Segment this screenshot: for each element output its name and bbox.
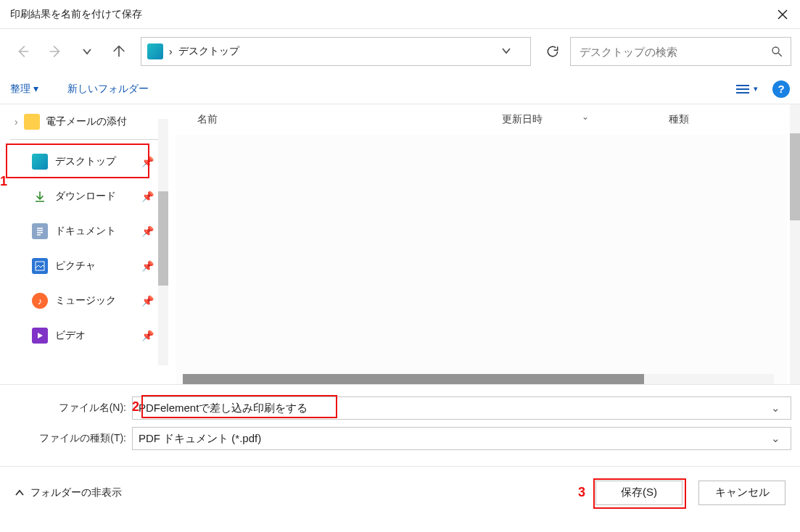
nav-item-documents[interactable]: ドキュメント 📌 <box>0 214 168 249</box>
filetype-value: PDF ドキュメント (*.pdf) <box>139 432 261 446</box>
address-bar[interactable]: › デスクトップ <box>141 37 531 66</box>
nav-item-pictures[interactable]: ピクチャ 📌 <box>0 249 168 283</box>
column-name[interactable]: 名前 <box>197 113 502 126</box>
chevron-right-icon: › <box>15 116 18 128</box>
back-button[interactable] <box>9 37 38 66</box>
forward-button[interactable] <box>41 37 70 66</box>
filetype-label: ファイルの種類(T): <box>9 432 132 445</box>
cancel-button-label: キャンセル <box>715 486 770 499</box>
svg-point-0 <box>772 47 779 54</box>
sort-indicator-icon: ⌄ <box>582 112 589 122</box>
search-icon <box>770 45 783 58</box>
help-button[interactable]: ? <box>772 80 790 98</box>
scrollbar-thumb[interactable] <box>183 374 644 384</box>
refresh-button[interactable] <box>538 37 567 66</box>
svg-rect-1 <box>36 262 44 270</box>
column-headers: 名前 更新日時 ⌄ 種類 <box>168 104 800 135</box>
nav-item-label: ピクチャ <box>55 259 96 273</box>
nav-item-label: ダウンロード <box>55 190 116 203</box>
desktop-icon <box>147 43 163 59</box>
file-list-area: 名前 更新日時 ⌄ 種類 <box>168 104 800 384</box>
footer-buttons: フォルダーの非表示 3 保存(S) キャンセル <box>0 466 800 518</box>
search-input[interactable] <box>578 45 770 59</box>
nav-item-label: ミュージック <box>55 294 116 307</box>
music-icon: ♪ <box>32 293 48 309</box>
desktop-icon <box>32 154 48 170</box>
close-button[interactable] <box>765 0 800 29</box>
search-box[interactable] <box>570 37 791 66</box>
view-list-icon <box>735 83 751 95</box>
arrow-right-icon <box>47 43 63 59</box>
scrollbar-thumb[interactable] <box>790 133 800 220</box>
navigation-pane: › 電子メールの添付 デスクトップ 📌 ダウンロード 📌 <box>0 104 168 384</box>
video-icon <box>32 328 48 344</box>
up-button[interactable] <box>104 37 133 66</box>
filename-value: PDFelementで差し込み印刷をする <box>139 402 308 415</box>
horizontal-scrollbar[interactable] <box>183 374 774 384</box>
chevron-up-icon <box>15 488 25 498</box>
sidebar-scrollbar[interactable] <box>158 119 168 365</box>
document-icon <box>32 223 48 239</box>
filename-dropdown[interactable]: ⌄ <box>767 402 785 415</box>
nav-item-label: ビデオ <box>55 329 86 342</box>
filetype-select[interactable]: PDF ドキュメント (*.pdf) ⌄ <box>132 427 791 450</box>
picture-icon <box>32 258 48 274</box>
save-button[interactable]: 保存(S) <box>595 481 683 505</box>
folder-icon <box>24 114 40 130</box>
tree-item-label: 電子メールの添付 <box>46 115 127 128</box>
sidebar-divider <box>10 139 161 140</box>
refresh-icon <box>545 44 560 59</box>
nav-bar: › デスクトップ <box>0 29 800 74</box>
pin-icon: 📌 <box>141 225 154 237</box>
annotation-number-3: 3 <box>578 485 585 500</box>
chevron-down-icon <box>82 46 92 57</box>
file-list[interactable] <box>176 135 787 384</box>
nav-item-downloads[interactable]: ダウンロード 📌 <box>0 179 168 214</box>
organize-menu[interactable]: 整理 ▾ <box>10 83 38 96</box>
download-icon <box>32 188 48 204</box>
column-date[interactable]: 更新日時 ⌄ <box>502 113 669 126</box>
filetype-dropdown[interactable]: ⌄ <box>767 432 785 445</box>
pin-icon: 📌 <box>141 260 154 272</box>
nav-item-videos[interactable]: ビデオ 📌 <box>0 318 168 353</box>
close-icon <box>777 9 788 20</box>
hide-folders-label: フォルダーの非表示 <box>30 486 122 499</box>
vertical-scrollbar[interactable] <box>790 104 800 384</box>
window-title: 印刷結果を名前を付けて保存 <box>10 8 765 21</box>
nav-item-desktop[interactable]: デスクトップ 📌 <box>0 144 168 179</box>
pin-icon: 📌 <box>141 191 154 202</box>
command-bar: 整理 ▾ 新しいフォルダー ▾ ? <box>0 74 800 104</box>
nav-item-label: ドキュメント <box>55 225 116 238</box>
chevron-down-icon <box>501 46 511 56</box>
body-area: › 電子メールの添付 デスクトップ 📌 ダウンロード 📌 <box>0 104 800 384</box>
breadcrumb-location: デスクトップ <box>178 45 239 58</box>
hide-folders-toggle[interactable]: フォルダーの非表示 <box>15 486 122 499</box>
filename-label: ファイル名(N): <box>9 402 132 415</box>
address-dropdown[interactable] <box>488 46 524 58</box>
nav-item-label: デスクトップ <box>55 155 116 168</box>
title-bar: 印刷結果を名前を付けて保存 <box>0 0 800 29</box>
footer-fields: ファイル名(N): PDFelementで差し込み印刷をする ⌄ 2 ファイルの… <box>0 384 800 466</box>
save-button-label: 保存(S) <box>621 486 657 499</box>
arrow-left-icon <box>15 43 31 59</box>
pin-icon: 📌 <box>141 295 154 307</box>
pin-icon: 📌 <box>141 156 154 167</box>
new-folder-button[interactable]: 新しいフォルダー <box>67 83 149 96</box>
recent-locations-button[interactable] <box>73 37 102 66</box>
cancel-button[interactable]: キャンセル <box>698 481 785 505</box>
arrow-up-icon <box>111 43 127 59</box>
column-type[interactable]: 種類 <box>669 113 800 126</box>
breadcrumb-sep: › <box>169 46 173 57</box>
pin-icon: 📌 <box>141 330 154 341</box>
view-menu[interactable]: ▾ <box>735 83 758 95</box>
tree-item-attachments[interactable]: › 電子メールの添付 <box>0 109 168 135</box>
scrollbar-thumb[interactable] <box>158 191 168 286</box>
filename-input[interactable]: PDFelementで差し込み印刷をする ⌄ <box>132 396 791 420</box>
nav-item-music[interactable]: ♪ ミュージック 📌 <box>0 283 168 318</box>
